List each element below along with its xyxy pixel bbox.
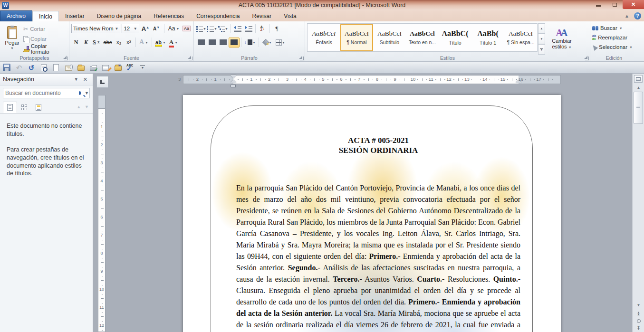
- tab-correspondencia[interactable]: Correspondencia: [190, 11, 246, 21]
- underline-button[interactable]: S▼: [91, 38, 102, 47]
- style-título-1[interactable]: AaBb(Título 1: [471, 24, 504, 51]
- next-page-button[interactable]: ▼▼: [633, 324, 644, 332]
- subscript-button[interactable]: x₂: [114, 38, 124, 47]
- styles-scroll-down-button[interactable]: ▼: [538, 34, 545, 44]
- tab-diseño-de-página[interactable]: Diseño de página: [91, 11, 147, 21]
- search-options-icon[interactable]: ▼: [82, 91, 89, 95]
- help-icon[interactable]: ?: [634, 12, 641, 19]
- replace-button[interactable]: abacReemplazar: [592, 33, 636, 42]
- find-button[interactable]: Buscar▼: [592, 24, 636, 32]
- line-spacing-button[interactable]: ↕▼: [243, 38, 257, 47]
- mail-attachment-button[interactable]: [64, 63, 73, 72]
- clipboard-dialog-launcher[interactable]: [64, 57, 68, 60]
- align-right-button[interactable]: [218, 38, 229, 47]
- text-effects-button[interactable]: A▼: [138, 38, 150, 47]
- new-document-button[interactable]: [51, 63, 61, 72]
- numbering-button[interactable]: ▼: [207, 24, 218, 34]
- change-styles-button[interactable]: AA Cambiarestilos ▼: [546, 24, 577, 55]
- cut-button[interactable]: ✂Cortar: [22, 25, 67, 33]
- vertical-ruler[interactable]: 123456789101112: [98, 95, 106, 332]
- font-family-combo[interactable]: Times New Rom▼: [71, 24, 120, 33]
- edit-table-button[interactable]: [101, 63, 110, 72]
- search-input[interactable]: [5, 90, 79, 96]
- save-button[interactable]: [2, 63, 11, 72]
- undo-button[interactable]: ↶: [14, 63, 24, 72]
- previous-page-button[interactable]: ▲▲: [633, 310, 644, 317]
- tab-vista[interactable]: Vista: [278, 11, 302, 21]
- previous-result-icon[interactable]: ▲: [77, 104, 81, 109]
- increase-indent-button[interactable]: [243, 24, 254, 34]
- justify-button[interactable]: [229, 38, 240, 47]
- decrease-indent-button[interactable]: [232, 24, 243, 34]
- styles-dialog-launcher[interactable]: [585, 57, 589, 60]
- toggle-ruler-button[interactable]: [634, 75, 643, 83]
- print-preview-button[interactable]: [39, 63, 48, 72]
- document-search-box[interactable]: ▼: [3, 88, 90, 98]
- select-button[interactable]: Seleccionar▼: [592, 43, 636, 51]
- scroll-down-arrow[interactable]: ▼: [633, 302, 644, 309]
- bold-button[interactable]: N: [71, 38, 81, 47]
- hanging-indent-marker[interactable]: [231, 80, 236, 83]
- borders-button[interactable]: ▼: [274, 38, 287, 47]
- sort-button[interactable]: AZ↓: [257, 24, 268, 34]
- bullets-button[interactable]: ▼: [196, 24, 207, 34]
- spelling-grammar-button[interactable]: ABC: [125, 63, 135, 72]
- new-folder-button[interactable]: [113, 63, 123, 72]
- select-browse-object-button[interactable]: [633, 317, 644, 325]
- tab-stop-selector[interactable]: [96, 76, 108, 88]
- paste-button[interactable]: Pegar ▼: [2, 23, 22, 53]
- change-case-button[interactable]: Aa▼: [167, 24, 180, 34]
- tab-inicio[interactable]: Inicio: [32, 11, 59, 21]
- browse-pages-tab[interactable]: [17, 102, 31, 113]
- next-result-icon[interactable]: ▼: [85, 104, 89, 109]
- tab-insertar[interactable]: Insertar: [59, 11, 91, 21]
- style-título[interactable]: AaBbC(Título: [439, 24, 471, 51]
- align-center-button[interactable]: [207, 38, 218, 47]
- multilevel-list-button[interactable]: ▼: [218, 24, 229, 34]
- navigation-pane-menu-icon[interactable]: ▼: [72, 77, 81, 82]
- style-énfasis[interactable]: AaBbCcIÉnfasis: [308, 24, 340, 51]
- highlight-button[interactable]: ab▼: [154, 38, 167, 47]
- close-button[interactable]: ✕: [623, 0, 644, 9]
- style--normal[interactable]: AaBbCcI¶ Normal: [340, 24, 373, 51]
- paragraph-dialog-launcher[interactable]: [300, 57, 304, 60]
- scrollbar-thumb[interactable]: [634, 92, 643, 124]
- font-color-button[interactable]: A▼: [168, 38, 179, 47]
- redo-button[interactable]: ↺: [27, 63, 36, 72]
- italic-button[interactable]: K: [81, 38, 91, 47]
- search-icon[interactable]: [79, 91, 81, 95]
- styles-more-button[interactable]: ▼: [538, 44, 545, 55]
- format-painter-button[interactable]: Copiar formato: [22, 45, 67, 53]
- style-subtítulo[interactable]: AaBbCcISubtítulo: [373, 24, 406, 51]
- clear-formatting-button[interactable]: Aa: [182, 24, 192, 34]
- copy-button[interactable]: Copiar: [22, 35, 67, 43]
- horizontal-ruler[interactable]: 3211234567891011121314151617: [183, 75, 561, 84]
- left-indent-marker[interactable]: [231, 85, 236, 87]
- open-folder-button[interactable]: [76, 63, 86, 72]
- style--sin-espa-[interactable]: AaBbCcI¶ Sin espa...: [504, 24, 537, 51]
- browse-results-tab[interactable]: [31, 102, 46, 113]
- first-line-indent-marker[interactable]: [231, 75, 236, 78]
- strikethrough-button[interactable]: abe: [102, 38, 114, 47]
- shrink-font-button[interactable]: A▼: [152, 24, 161, 34]
- font-dialog-launcher[interactable]: [189, 57, 192, 60]
- tab-revisar[interactable]: Revisar: [246, 11, 278, 21]
- style-texto-en-n-[interactable]: AaBbCclTexto en n...: [406, 24, 439, 51]
- document-page[interactable]: ACTA # 005-2021 SESIÓN ORDINARIA En la p…: [183, 95, 561, 332]
- font-size-combo[interactable]: 12▼: [122, 24, 139, 33]
- quick-print-button[interactable]: [88, 63, 98, 72]
- styles-scroll-up-button[interactable]: ▲: [538, 23, 545, 34]
- browse-headings-tab[interactable]: [3, 102, 17, 113]
- tab-referencias[interactable]: Referencias: [147, 11, 190, 21]
- scroll-up-arrow[interactable]: ▲: [633, 84, 644, 91]
- show-marks-button[interactable]: ¶: [271, 24, 282, 34]
- superscript-button[interactable]: x²: [124, 38, 134, 47]
- tab-archivo[interactable]: Archivo: [0, 10, 32, 21]
- minimize-ribbon-icon[interactable]: ▲: [625, 13, 629, 19]
- navigation-pane-close-icon[interactable]: ✕: [81, 76, 90, 83]
- more-commands-button[interactable]: ▼: [138, 63, 147, 72]
- minimize-button[interactable]: [590, 0, 606, 9]
- maximize-button[interactable]: [606, 0, 623, 9]
- align-left-button[interactable]: [196, 38, 207, 47]
- grow-font-button[interactable]: A▲: [141, 24, 150, 34]
